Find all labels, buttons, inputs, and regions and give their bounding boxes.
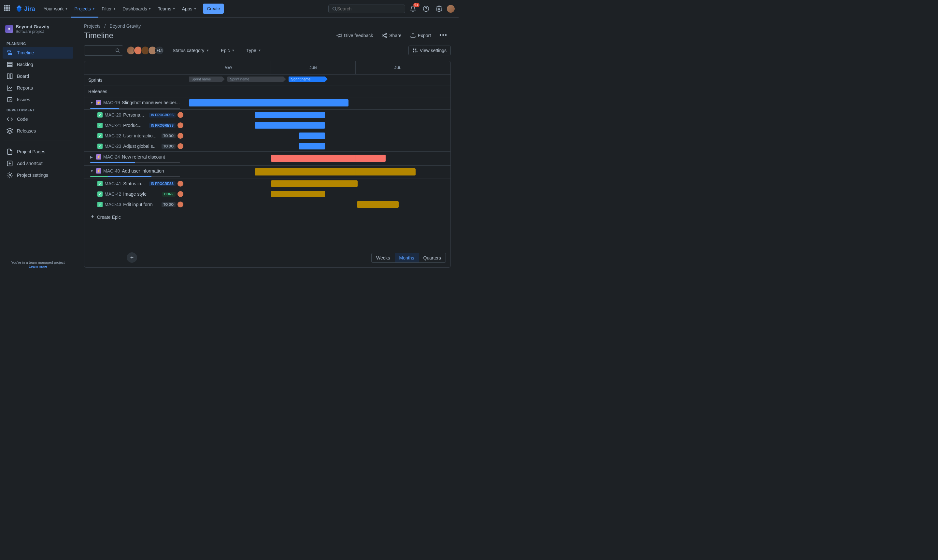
nav-your-work[interactable]: Your work▼: [40, 0, 71, 18]
issue-key[interactable]: MAC-23: [105, 143, 121, 149]
sidebar-item-project-settings[interactable]: Project settings: [3, 169, 73, 181]
assignee-avatar[interactable]: [177, 191, 183, 197]
filter-status-category[interactable]: Status category▼: [169, 46, 213, 55]
search-box[interactable]: [328, 5, 405, 13]
sidebar-item-board[interactable]: Board: [3, 70, 73, 82]
issue-key[interactable]: MAC-24: [103, 154, 120, 160]
zoom-months[interactable]: Months: [395, 253, 419, 262]
timeline-bar[interactable]: [271, 180, 357, 187]
sidebar-item-project-pages[interactable]: Project Pages: [3, 146, 73, 158]
story-row[interactable]: ✓MAC-42Image styleDONE: [84, 189, 186, 199]
timeline-bar[interactable]: [255, 112, 325, 118]
issue-title: Produc...: [123, 123, 147, 128]
assignee-avatar[interactable]: [177, 112, 183, 118]
notifications-button[interactable]: 9+: [408, 3, 418, 14]
sidebar-item-backlog[interactable]: Backlog: [3, 58, 73, 70]
sidebar-item-add-shortcut[interactable]: Add shortcut: [3, 158, 73, 169]
app-switcher-icon[interactable]: [4, 5, 12, 13]
nav-projects[interactable]: Projects▼: [71, 0, 99, 18]
zoom-quarters[interactable]: Quarters: [419, 253, 445, 262]
story-row[interactable]: ✓MAC-20Persona...IN PROGRESS: [84, 110, 186, 120]
sidebar-item-timeline[interactable]: Timeline: [3, 47, 73, 58]
export-button[interactable]: Export: [407, 31, 434, 40]
epic-row[interactable]: ▼ ⚡ MAC-19 Slingshot maneuver helper...: [84, 97, 186, 108]
timeline-bar[interactable]: [255, 122, 325, 129]
breadcrumb-project[interactable]: Beyond Gravity: [109, 23, 141, 29]
search-input[interactable]: [337, 6, 402, 11]
settings-button[interactable]: [434, 3, 444, 14]
sprint-pill-active[interactable]: Sprint name: [288, 77, 328, 82]
timeline-bar[interactable]: [299, 143, 325, 149]
story-row[interactable]: ✓MAC-23Adjust global s...TO DO: [84, 141, 186, 151]
sidebar-item-issues[interactable]: Issues: [3, 94, 73, 106]
profile-avatar[interactable]: [447, 5, 455, 13]
nav-dashboards[interactable]: Dashboards▼: [119, 0, 154, 18]
timeline-bar[interactable]: [255, 168, 416, 175]
issue-title: Status in...: [123, 181, 147, 186]
status-badge: IN PROGRESS: [149, 182, 176, 186]
give-feedback-button[interactable]: Give feedback: [333, 31, 376, 40]
breadcrumb: Projects / Beyond Gravity: [84, 23, 451, 29]
create-epic-button[interactable]: +Create Epic: [84, 210, 186, 224]
main-content: Projects / Beyond Gravity Timeline Give …: [76, 18, 459, 274]
learn-more-link[interactable]: Learn more: [5, 265, 71, 268]
sprint-pill[interactable]: Sprint name: [189, 77, 225, 82]
timeline-bar[interactable]: [357, 201, 399, 208]
board-icon: [6, 73, 13, 80]
avatar-overflow[interactable]: +14: [155, 46, 164, 55]
create-button[interactable]: Create: [203, 3, 224, 14]
view-settings-button[interactable]: View settings: [408, 46, 451, 55]
nav-filter[interactable]: Filter▼: [99, 0, 119, 18]
timeline-bar[interactable]: [299, 132, 325, 139]
sidebar-item-reports[interactable]: Reports: [3, 82, 73, 94]
story-row[interactable]: ✓MAC-41Status in...IN PROGRESS: [84, 178, 186, 189]
timeline-bar[interactable]: [189, 99, 348, 106]
expand-icon[interactable]: ▶: [90, 155, 94, 159]
svg-point-14: [382, 34, 384, 36]
issue-key[interactable]: MAC-20: [105, 112, 121, 117]
issue-title: Add user information: [122, 168, 183, 174]
issue-key[interactable]: MAC-41: [105, 181, 121, 186]
story-row[interactable]: ✓MAC-21Produc...IN PROGRESS: [84, 120, 186, 131]
jira-logo[interactable]: Jira: [15, 5, 35, 12]
assignee-avatar[interactable]: [177, 143, 183, 149]
sidebar-item-code[interactable]: Code: [3, 113, 73, 125]
timeline-search[interactable]: [84, 45, 123, 56]
zoom-weeks[interactable]: Weeks: [372, 253, 395, 262]
story-icon: ✓: [97, 123, 103, 128]
svg-rect-3: [8, 51, 11, 52]
issue-key[interactable]: MAC-40: [103, 168, 120, 174]
status-badge: IN PROGRESS: [149, 113, 176, 117]
issue-key[interactable]: MAC-43: [105, 202, 121, 207]
issue-key[interactable]: MAC-42: [105, 191, 121, 197]
collapse-icon[interactable]: ▼: [90, 101, 94, 105]
issue-key[interactable]: MAC-21: [105, 123, 121, 128]
sidebar-item-releases[interactable]: Releases: [3, 125, 73, 137]
project-header[interactable]: ✦ Beyond Gravity Software project: [3, 23, 73, 39]
epic-row[interactable]: ▶ ⚡ MAC-24 New referral discount: [84, 152, 186, 162]
assignee-avatar[interactable]: [177, 202, 183, 208]
nav-teams[interactable]: Teams▼: [154, 0, 179, 18]
timeline-bar[interactable]: [271, 191, 325, 197]
story-row[interactable]: ✓MAC-22User interactio...TO DO: [84, 131, 186, 141]
timeline-icon: [6, 49, 13, 56]
sprint-pill[interactable]: Sprint name: [227, 77, 286, 82]
breadcrumb-projects[interactable]: Projects: [84, 23, 101, 29]
filter-epic[interactable]: Epic▼: [217, 46, 238, 55]
timeline-bar[interactable]: [271, 155, 386, 162]
story-row[interactable]: ✓MAC-43Edit input formTO DO: [84, 199, 186, 210]
filter-type[interactable]: Type▼: [243, 46, 264, 55]
nav-apps[interactable]: Apps▼: [179, 0, 200, 18]
avatar-stack[interactable]: +14: [128, 46, 164, 55]
assignee-avatar[interactable]: [177, 122, 183, 128]
help-button[interactable]: [421, 3, 431, 14]
issue-key[interactable]: MAC-22: [105, 133, 121, 138]
issue-key[interactable]: MAC-19: [103, 100, 120, 105]
assignee-avatar[interactable]: [177, 133, 183, 139]
assignee-avatar[interactable]: [177, 181, 183, 186]
add-fab[interactable]: +: [127, 252, 137, 263]
epic-row[interactable]: ▼ ⚡ MAC-40 Add user information: [84, 166, 186, 176]
more-actions-button[interactable]: •••: [436, 30, 451, 41]
share-button[interactable]: Share: [378, 31, 405, 40]
collapse-icon[interactable]: ▼: [90, 169, 94, 173]
